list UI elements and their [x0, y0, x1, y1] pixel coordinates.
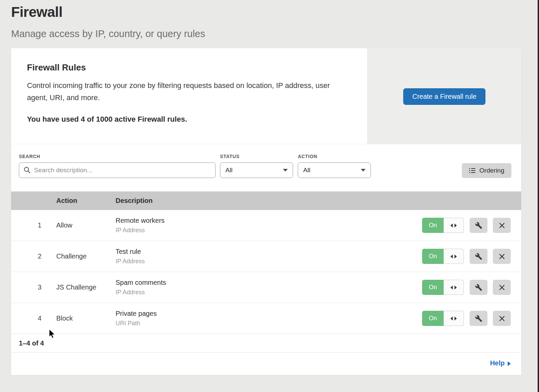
edit-rule-button[interactable]: [470, 280, 487, 295]
search-icon: [23, 166, 31, 174]
toggle-on-label: On: [422, 218, 444, 233]
wrench-icon: [475, 253, 482, 260]
rule-action: JS Challenge: [56, 283, 116, 291]
action-select[interactable]: All: [298, 162, 371, 178]
screen-edge: [538, 0, 539, 392]
rule-field-type: IP Address: [116, 289, 422, 296]
edit-rule-button[interactable]: [470, 249, 487, 264]
column-header-description: Description: [116, 197, 521, 205]
rule-description: Private pages URI Path: [116, 310, 422, 327]
ordering-label: Ordering: [479, 167, 504, 174]
pagination-summary: 1–4 of 4: [11, 334, 521, 353]
rule-action: Challenge: [56, 252, 116, 260]
create-firewall-rule-button[interactable]: Create a Firewall rule: [403, 88, 485, 105]
x-icon: [499, 284, 505, 291]
rule-description-title: Private pages: [116, 310, 422, 318]
filters-bar: SEARCH STATUS All ACTION All: [11, 144, 521, 191]
wrench-icon: [475, 284, 482, 291]
help-label: Help: [490, 359, 505, 367]
toggle-on-label: On: [422, 280, 444, 295]
x-icon: [499, 315, 505, 322]
edit-rule-button[interactable]: [470, 311, 487, 326]
rule-enabled-toggle[interactable]: On: [422, 280, 464, 295]
chevron-down-icon: [283, 169, 288, 172]
rule-enabled-toggle[interactable]: On: [422, 218, 464, 233]
rule-enabled-toggle[interactable]: On: [422, 311, 464, 326]
rule-description-title: Remote workers: [116, 217, 422, 224]
rules-description: Control incoming traffic to your zone by…: [27, 80, 347, 103]
help-link[interactable]: Help: [490, 359, 511, 367]
table-header: Action Description: [11, 191, 521, 210]
toggle-arrows-icon: [444, 249, 464, 264]
delete-rule-button[interactable]: [493, 280, 511, 295]
help-arrow-icon: [508, 361, 511, 366]
toggle-on-label: On: [422, 249, 444, 264]
rule-description: Remote workers IP Address: [116, 217, 422, 234]
rule-action: Block: [56, 314, 116, 322]
wrench-icon: [475, 222, 482, 229]
rules-usage-count: You have used 4 of 1000 active Firewall …: [27, 115, 351, 124]
rule-row: 3 JS Challenge Spam comments IP Address …: [11, 272, 521, 303]
x-icon: [499, 222, 505, 229]
rules-heading: Firewall Rules: [27, 62, 351, 73]
delete-rule-button[interactable]: [493, 311, 511, 326]
column-header-action: Action: [56, 197, 116, 205]
rule-number: 1: [11, 221, 56, 229]
status-select[interactable]: All: [220, 162, 293, 178]
rule-field-type: IP Address: [116, 227, 422, 234]
rule-field-type: URI Path: [116, 320, 422, 327]
rule-row: 1 Allow Remote workers IP Address On: [11, 210, 521, 241]
action-label: ACTION: [298, 154, 371, 159]
ordering-button[interactable]: Ordering: [462, 163, 511, 178]
rule-description-title: Spam comments: [116, 279, 422, 287]
edit-rule-button[interactable]: [470, 218, 487, 233]
page-title: Firewall: [11, 4, 539, 20]
rule-enabled-toggle[interactable]: On: [422, 249, 464, 264]
rule-description-title: Test rule: [116, 248, 422, 255]
rule-number: 3: [11, 283, 56, 291]
card-top-aside: Create a Firewall rule: [367, 48, 521, 144]
status-select-value: All: [225, 167, 232, 174]
rule-number: 2: [11, 252, 56, 260]
search-input[interactable]: [19, 162, 216, 178]
rule-description: Spam comments IP Address: [116, 279, 422, 296]
rule-field-type: IP Address: [116, 258, 422, 265]
toggle-arrows-icon: [444, 218, 464, 233]
rule-action: Allow: [56, 221, 116, 229]
card-footer: Help: [11, 353, 521, 375]
page-subtitle: Manage access by IP, country, or query r…: [11, 28, 539, 39]
search-label: SEARCH: [19, 154, 216, 159]
card-top-section: Firewall Rules Control incoming traffic …: [11, 48, 521, 144]
rule-row: 4 Block Private pages URI Path On: [11, 303, 521, 334]
rule-number: 4: [11, 314, 56, 322]
delete-rule-button[interactable]: [493, 218, 511, 233]
page-header: Firewall Manage access by IP, country, o…: [0, 0, 539, 39]
status-label: STATUS: [220, 154, 293, 159]
action-select-value: All: [303, 167, 310, 174]
delete-rule-button[interactable]: [493, 249, 511, 264]
toggle-arrows-icon: [444, 280, 464, 295]
ordering-list-icon: [469, 168, 476, 174]
toggle-arrows-icon: [444, 311, 464, 326]
toggle-on-label: On: [422, 311, 444, 326]
x-icon: [499, 253, 505, 260]
rule-row: 2 Challenge Test rule IP Address On: [11, 241, 521, 272]
rule-description: Test rule IP Address: [116, 248, 422, 265]
wrench-icon: [475, 315, 482, 322]
firewall-rules-card: Firewall Rules Control incoming traffic …: [11, 48, 521, 375]
chevron-down-icon: [361, 169, 366, 172]
